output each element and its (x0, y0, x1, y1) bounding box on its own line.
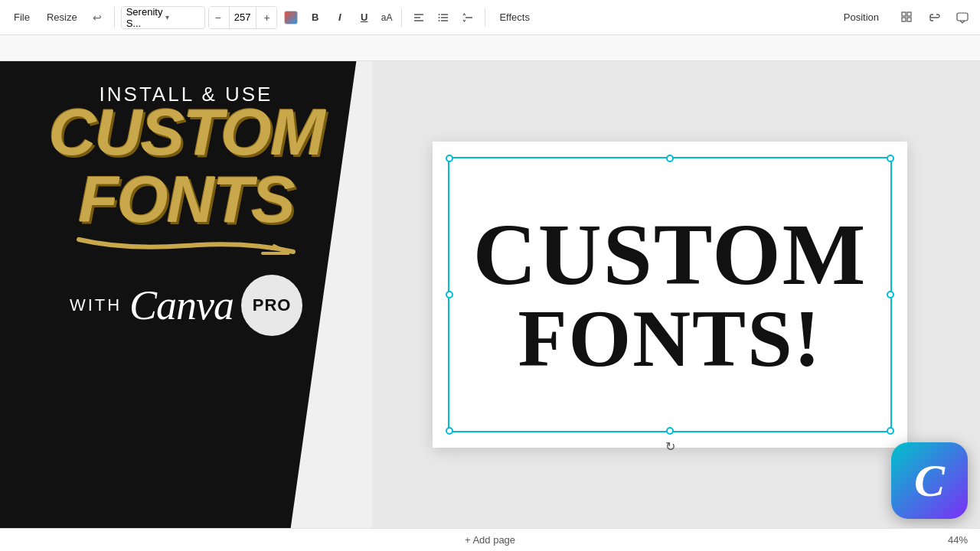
toolbar-divider (401, 8, 402, 27)
font-size-control: − + (208, 6, 277, 29)
add-page-label: + Add page (465, 534, 515, 546)
toolbar-divider-2 (485, 8, 485, 27)
svg-point-7 (439, 17, 440, 18)
svg-rect-12 (902, 18, 906, 21)
handle-left-mid[interactable] (446, 291, 453, 298)
comment-icon (956, 11, 969, 24)
list-button[interactable] (433, 7, 454, 28)
svg-rect-11 (907, 12, 911, 16)
canvas-line2: FONTS! (518, 298, 822, 379)
left-thumbnail-panel: INSTALL & USE CUSTOM FONTS WITH Canva PR… (0, 0, 372, 551)
resize-button[interactable]: Resize (39, 8, 85, 26)
canva-app-icon: C (891, 442, 968, 519)
svg-rect-13 (907, 18, 911, 21)
color-swatch (284, 11, 298, 24)
svg-rect-14 (957, 13, 968, 21)
align-left-icon (413, 12, 424, 23)
handle-right-mid[interactable] (887, 291, 894, 298)
custom-text: CUSTOM (0, 99, 372, 165)
list-icon (438, 12, 449, 23)
font-size-input[interactable] (229, 7, 256, 28)
italic-button[interactable]: I (329, 7, 351, 28)
line-spacing-icon (462, 12, 473, 23)
handle-bottom-mid[interactable] (666, 427, 674, 435)
grid-icon (901, 11, 913, 24)
chevron-down-icon: ▾ (165, 13, 199, 21)
increase-font-size-button[interactable]: + (258, 6, 276, 29)
font-name-label: Serenity S... (126, 6, 163, 29)
toolbar-right (896, 6, 974, 29)
text-selection-box[interactable]: CUSTOM FONTS! ↻ (448, 157, 892, 432)
bottom-bar: + Add page 44% (0, 528, 980, 551)
underline-decoration (64, 232, 309, 259)
secondary-toolbar (0, 35, 980, 61)
canva-logo-text: Canva (129, 282, 234, 329)
canvas-line1: CUSTOM (473, 210, 867, 298)
handle-top-left[interactable] (446, 155, 453, 162)
underline-button[interactable]: U (354, 7, 375, 28)
line-spacing-button[interactable] (457, 7, 479, 28)
with-text: WITH (70, 295, 122, 315)
font-selector[interactable]: Serenity S... ▾ (121, 6, 205, 29)
grid-icon-button[interactable] (896, 6, 919, 29)
canvas-page: CUSTOM FONTS! ↻ (433, 142, 907, 448)
add-page-button[interactable]: + Add page (465, 534, 515, 546)
comment-icon-button[interactable] (951, 6, 974, 29)
svg-rect-10 (902, 12, 906, 16)
bold-button[interactable]: B (305, 7, 326, 28)
handle-bottom-left[interactable] (446, 427, 453, 435)
decrease-font-size-button[interactable]: − (209, 6, 227, 29)
svg-point-6 (439, 14, 440, 15)
fonts-text: FONTS (0, 166, 372, 232)
case-button[interactable]: aA (378, 11, 396, 24)
effects-button[interactable]: Effects (492, 8, 537, 26)
file-controls: File Resize ↩ (6, 7, 115, 28)
main-toolbar: File Resize ↩ Serenity S... ▾ − + B I U … (0, 0, 980, 35)
rotate-handle[interactable]: ↻ (662, 439, 678, 454)
handle-bottom-right[interactable] (887, 427, 894, 435)
zoom-indicator: 44% (948, 534, 968, 546)
share-icon-button[interactable] (923, 6, 946, 29)
pro-badge: PRO (241, 275, 302, 336)
svg-point-8 (439, 20, 440, 21)
handle-top-right[interactable] (887, 155, 894, 162)
position-button[interactable]: Position (836, 8, 887, 26)
custom-fonts-title: CUSTOM FONTS (0, 99, 372, 267)
canva-app-icon-letter: C (914, 458, 945, 504)
share-icon (929, 11, 941, 24)
canvas-area[interactable]: CUSTOM FONTS! ↻ (360, 61, 980, 528)
with-canva-row: WITH Canva PRO (0, 275, 372, 336)
align-left-button[interactable] (408, 7, 430, 28)
text-color-button[interactable] (280, 7, 302, 28)
file-button[interactable]: File (6, 8, 38, 26)
undo-button[interactable]: ↩ (87, 7, 108, 28)
handle-top-mid[interactable] (666, 155, 674, 162)
